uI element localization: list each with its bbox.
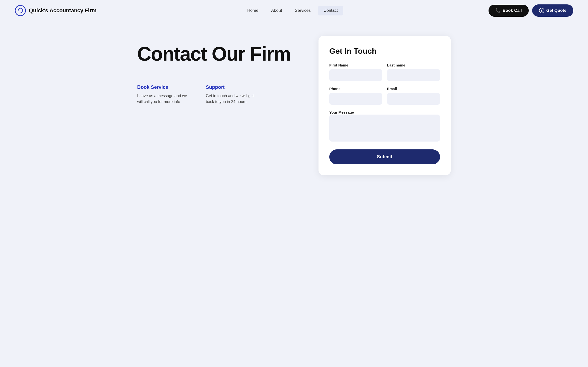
info-card-support: Support Get in touch and we will get bac…	[206, 84, 260, 105]
book-service-text: Leave us a message and we will call you …	[137, 93, 191, 105]
main-content: Contact Our Firm Book Service Leave us a…	[122, 21, 466, 195]
name-row: First Name Last name	[329, 63, 440, 81]
nav-home[interactable]: Home	[242, 6, 264, 15]
last-name-label: Last name	[387, 63, 440, 67]
hero-title: Contact Our Firm	[137, 43, 304, 65]
first-name-label: First Name	[329, 63, 382, 67]
nav-contact[interactable]: Contact	[318, 6, 343, 15]
info-cards: Book Service Leave us a message and we w…	[137, 84, 304, 105]
book-call-button[interactable]: 📞 Book Call	[489, 5, 528, 17]
svg-point-1	[22, 10, 23, 11]
left-section: Contact Our Firm Book Service Leave us a…	[137, 36, 318, 105]
navbar: Quick's Accountancy Firm Home About Serv…	[0, 0, 588, 21]
nav-actions: 📞 Book Call $ Get Quote	[489, 4, 573, 17]
svg-point-0	[15, 5, 25, 16]
nav-links: Home About Services Contact	[242, 6, 343, 15]
email-input[interactable]	[387, 93, 440, 105]
message-label: Your Message	[329, 110, 354, 114]
support-title: Support	[206, 84, 260, 90]
contact-form: First Name Last name Phone Email	[329, 63, 440, 164]
contact-row: Phone Email	[329, 87, 440, 105]
phone-icon: 📞	[495, 8, 501, 13]
nav-about[interactable]: About	[266, 6, 287, 15]
contact-form-card: Get In Touch First Name Last name Phone	[318, 36, 451, 175]
brand-name: Quick's Accountancy Firm	[29, 7, 97, 14]
first-name-group: First Name	[329, 63, 382, 81]
submit-button[interactable]: Submit	[329, 149, 440, 164]
message-textarea[interactable]	[329, 115, 440, 142]
info-card-book-service: Book Service Leave us a message and we w…	[137, 84, 191, 105]
book-service-title: Book Service	[137, 84, 191, 90]
phone-group: Phone	[329, 87, 382, 105]
phone-label: Phone	[329, 87, 382, 91]
get-quote-button[interactable]: $ Get Quote	[532, 4, 573, 17]
phone-input[interactable]	[329, 93, 382, 105]
nav-logo[interactable]: Quick's Accountancy Firm	[15, 5, 97, 16]
email-label: Email	[387, 87, 440, 91]
last-name-input[interactable]	[387, 69, 440, 81]
nav-services[interactable]: Services	[289, 6, 316, 15]
form-title: Get In Touch	[329, 47, 440, 56]
first-name-input[interactable]	[329, 69, 382, 81]
last-name-group: Last name	[387, 63, 440, 81]
message-group: Your Message	[329, 110, 440, 143]
support-text: Get in touch and we will get back to you…	[206, 93, 260, 105]
logo-icon	[15, 5, 26, 16]
dollar-icon: $	[539, 8, 544, 13]
email-group: Email	[387, 87, 440, 105]
